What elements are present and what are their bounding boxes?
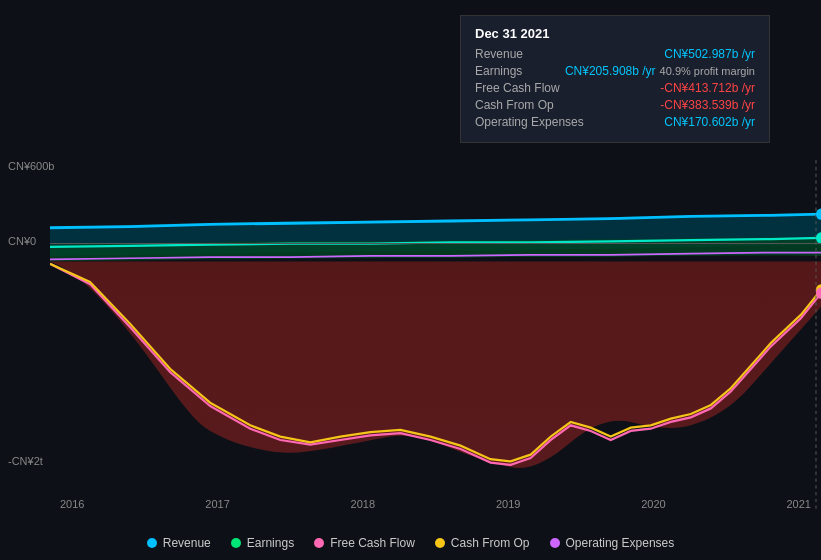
- legend-earnings[interactable]: Earnings: [231, 536, 294, 550]
- y-label-600b: CN¥600b: [8, 160, 54, 172]
- legend-label-opex: Operating Expenses: [566, 536, 675, 550]
- tooltip-row-opex: Operating Expenses CN¥170.602b /yr: [475, 115, 755, 129]
- tooltip-row-earnings: Earnings CN¥205.908b /yr40.9% profit mar…: [475, 64, 755, 78]
- tooltip-value-revenue: CN¥502.987b /yr: [664, 47, 755, 61]
- x-label-2016: 2016: [60, 498, 84, 510]
- legend-fcf[interactable]: Free Cash Flow: [314, 536, 415, 550]
- zero-line: [50, 243, 821, 244]
- tooltip-box: Dec 31 2021 Revenue CN¥502.987b /yr Earn…: [460, 15, 770, 143]
- tooltip-date: Dec 31 2021: [475, 26, 755, 41]
- legend-dot-earnings: [231, 538, 241, 548]
- legend-label-cashfromop: Cash From Op: [451, 536, 530, 550]
- x-label-2017: 2017: [205, 498, 229, 510]
- tooltip-row-fcf: Free Cash Flow -CN¥413.712b /yr: [475, 81, 755, 95]
- legend-label-earnings: Earnings: [247, 536, 294, 550]
- y-label-2t: -CN¥2t: [8, 455, 43, 467]
- tooltip-label-opex: Operating Expenses: [475, 115, 584, 129]
- tooltip-label-fcf: Free Cash Flow: [475, 81, 560, 95]
- tooltip-value-fcf: -CN¥413.712b /yr: [660, 81, 755, 95]
- tooltip-row-revenue: Revenue CN¥502.987b /yr: [475, 47, 755, 61]
- legend-dot-revenue: [147, 538, 157, 548]
- x-label-2018: 2018: [351, 498, 375, 510]
- y-label-0: CN¥0: [8, 235, 36, 247]
- tooltip-row-cashfromop: Cash From Op -CN¥383.539b /yr: [475, 98, 755, 112]
- legend-label-revenue: Revenue: [163, 536, 211, 550]
- x-axis: 2016 2017 2018 2019 2020 2021: [50, 494, 821, 510]
- x-label-2021: 2021: [786, 498, 810, 510]
- tooltip-value-opex: CN¥170.602b /yr: [664, 115, 755, 129]
- tooltip-label-cashfromop: Cash From Op: [475, 98, 554, 112]
- legend-dot-opex: [550, 538, 560, 548]
- legend-label-fcf: Free Cash Flow: [330, 536, 415, 550]
- tooltip-label-revenue: Revenue: [475, 47, 523, 61]
- legend-cashfromop[interactable]: Cash From Op: [435, 536, 530, 550]
- chart-legend: Revenue Earnings Free Cash Flow Cash Fro…: [0, 536, 821, 550]
- x-label-2020: 2020: [641, 498, 665, 510]
- tooltip-value-earnings: CN¥205.908b /yr40.9% profit margin: [565, 64, 755, 78]
- legend-dot-cashfromop: [435, 538, 445, 548]
- x-label-2019: 2019: [496, 498, 520, 510]
- legend-dot-fcf: [314, 538, 324, 548]
- tooltip-value-cashfromop: -CN¥383.539b /yr: [660, 98, 755, 112]
- legend-opex[interactable]: Operating Expenses: [550, 536, 675, 550]
- chart-area: [50, 160, 821, 510]
- tooltip-label-earnings: Earnings: [475, 64, 522, 78]
- legend-revenue[interactable]: Revenue: [147, 536, 211, 550]
